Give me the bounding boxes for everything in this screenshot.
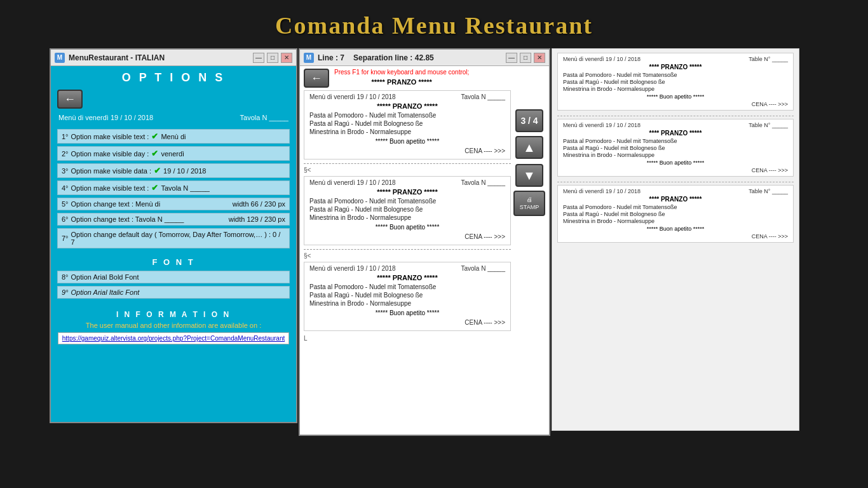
font-section-label: F O N T xyxy=(57,257,290,267)
option-label-2: Option make visible day : xyxy=(71,150,149,158)
option-label-4: Option make visible text : xyxy=(71,184,149,192)
print-card-2-date: Menù di venerdì 19 / 10 / 2018 xyxy=(563,122,641,128)
line-number: Line : 7 xyxy=(318,53,344,62)
line-back-button[interactable]: ← xyxy=(304,69,329,88)
print-card-3-header: Menù di venerdì 19 / 10 / 2018 Table N° … xyxy=(563,188,788,194)
option-num-7: 7° xyxy=(62,234,69,242)
press-f1-label: Press F1 for know keyboard and mouse con… xyxy=(334,69,469,76)
bottom-marker: L xyxy=(304,335,511,342)
print-card-2: Menù di venerdì 19 / 10 / 2018 Table N° … xyxy=(557,119,794,177)
card-2-buon: ***** Buon apetito ***** xyxy=(309,224,505,231)
minimize-button[interactable]: — xyxy=(253,53,264,63)
page-badge: 3 / 4 xyxy=(515,109,543,132)
separation-line: Separation line : 42.85 xyxy=(353,53,434,62)
card-2-header: Menù di venerdì 19 / 10 / 2018 Tavola N … xyxy=(309,179,505,186)
menu-date: Menù di venerdì 19 / 10 / 2018 xyxy=(58,114,153,121)
option-num-2: 2° xyxy=(62,150,69,158)
print-card-3-item-3: Minestrina in Brodo - Normalesuppe xyxy=(563,218,788,224)
card-3-tavola: Tavola N _____ xyxy=(461,265,506,272)
line-minimize-button[interactable]: — xyxy=(506,53,517,63)
line-close-button[interactable]: ✕ xyxy=(534,53,545,63)
separator-2 xyxy=(304,249,511,250)
line-titlebar: M Line : 7 Separation line : 42.85 — □ ✕ xyxy=(300,50,549,66)
option-row-7[interactable]: 7° Option change default day ( Tomorrow,… xyxy=(57,228,290,248)
option-label-1: Option make visible text : xyxy=(71,133,149,140)
option-num-8: 8° xyxy=(62,273,69,281)
option-value-2: venerdì xyxy=(161,150,184,158)
side-controls: 3 / 4 ▲ ▼ 🖨 STAMP xyxy=(513,90,545,342)
card-1-item-1: Pasta al Pomodoro - Nudel mit Tomatensoß… xyxy=(309,112,505,119)
card-2-pranzo: ***** PRANZO ***** xyxy=(309,188,505,196)
press-f1-text: Press F1 for know keyboard and mouse con… xyxy=(334,69,469,88)
print-card-1-item-2: Pasta al Ragú - Nudel mit Bologneso ße xyxy=(563,79,788,85)
option-label-3: Option make visible data : xyxy=(71,167,152,175)
app-icon: M xyxy=(55,53,65,63)
line-titlebar-left: M Line : 7 Separation line : 42.85 xyxy=(304,53,434,63)
option-row-9[interactable]: 9° Option Arial Italic Font xyxy=(57,286,290,299)
print-card-1-item-3: Minestrina in Brodo - Normalesuppe xyxy=(563,86,788,92)
print-card-1-date: Menù di venerdì 19 / 10 / 2018 xyxy=(563,56,641,62)
print-card-2-item-3: Minestrina in Brodo - Normalesuppe xyxy=(563,152,788,158)
option-row-8[interactable]: 8° Option Arial Bold Font xyxy=(57,271,290,283)
option-check-4: ✔ xyxy=(151,183,158,193)
stamp-label: STAMP xyxy=(520,204,539,210)
up-button[interactable]: ▲ xyxy=(515,136,543,159)
print-card-1-pranzo: **** PRANZO ***** xyxy=(563,64,788,71)
option-num-6: 6° xyxy=(62,215,69,223)
option-check-2: ✔ xyxy=(151,149,158,158)
print-card-1-cena: CENA ---- >>> xyxy=(563,101,788,107)
option-label-8: Option Arial Bold Font xyxy=(71,273,139,281)
option-row-5[interactable]: 5° Option change text : Menù di width 66… xyxy=(57,198,290,210)
line-maximize-button[interactable]: □ xyxy=(520,53,531,63)
card-2-item-1: Pasta al Pomodoro - Nudel mit Tomatensoß… xyxy=(309,198,505,205)
option-width-5: width 66 / 230 px xyxy=(233,200,285,208)
print-card-3-item-1: Pasta al Pomodoro - Nudel mit Tomatensoß… xyxy=(563,204,788,210)
menu-info-row: Menù di venerdì 19 / 10 / 2018 Tavola N … xyxy=(57,114,290,121)
options-window-title: MenuRestaurant - ITALIAN xyxy=(69,53,165,62)
print-card-2-header: Menù di venerdì 19 / 10 / 2018 Table N° … xyxy=(563,122,788,128)
card-3-item-2: Pasta al Ragú - Nudel mit Bologneso ße xyxy=(309,292,505,299)
card-2-tavola: Tavola N _____ xyxy=(461,179,506,186)
stamp-button[interactable]: 🖨 STAMP xyxy=(513,191,545,216)
info-section: I N F O R M A T I O N The user manual an… xyxy=(57,310,290,344)
close-button[interactable]: ✕ xyxy=(281,53,292,63)
print-preview-window: Menù di venerdì 19 / 10 / 2018 Table N° … xyxy=(552,48,799,431)
options-body: O P T I O N S ← Menù di venerdì 19 / 10 … xyxy=(51,66,296,422)
card-3-header: Menù di venerdì 19 / 10 / 2018 Tavola N … xyxy=(309,265,505,272)
option-row-1[interactable]: 1° Option make visible text : ✔ Menù di xyxy=(57,129,290,144)
option-row-2[interactable]: 2° Option make visible day : ✔ venerdì xyxy=(57,146,290,161)
print-card-1-table: Table N° _____ xyxy=(749,56,788,62)
cards-column: Menù di venerdì 19 / 10 / 2018 Tavola N … xyxy=(304,90,511,342)
print-card-2-table: Table N° _____ xyxy=(749,122,788,128)
info-heading: I N F O R M A T I O N xyxy=(57,310,290,319)
menu-card-1: Menù di venerdì 19 / 10 / 2018 Tavola N … xyxy=(304,90,511,159)
card-2-item-2: Pasta al Ragú - Nudel mit Bologneso ße xyxy=(309,206,505,213)
line-back-arrow-icon: ← xyxy=(311,72,322,85)
print-sep-1 xyxy=(557,116,794,116)
line-body: ← Press F1 for know keyboard and mouse c… xyxy=(300,66,549,435)
info-link[interactable]: https://gamequiz.altervista.org/projects… xyxy=(58,332,289,344)
option-row-4[interactable]: 4° Option make visible text : ✔ Tavola N… xyxy=(57,180,290,195)
print-card-1-header: Menù di venerdì 19 / 10 / 2018 Table N° … xyxy=(563,56,788,62)
option-width-6: width 129 / 230 px xyxy=(229,215,285,223)
option-num-9: 9° xyxy=(62,288,69,296)
card-3-item-1: Pasta al Pomodoro - Nudel mit Tomatensoß… xyxy=(309,283,505,290)
option-label-7: Option change default day ( Tomorrow, Da… xyxy=(71,231,285,246)
tavola-label: Tavola N _____ xyxy=(240,114,288,121)
menu-card-2: Menù di venerdì 19 / 10 / 2018 Tavola N … xyxy=(304,176,511,245)
option-row-3[interactable]: 3° Option make visible data : ✔ 19 / 10 … xyxy=(57,163,290,178)
option-num-1: 1° xyxy=(62,133,69,140)
options-window: M MenuRestaurant - ITALIAN — □ ✕ O P T I… xyxy=(50,48,297,423)
option-row-6[interactable]: 6° Option change text : Tavola N _____ w… xyxy=(57,213,290,226)
line-window-controls: — □ ✕ xyxy=(506,53,545,63)
card-1-tavola: Tavola N _____ xyxy=(461,93,506,100)
back-button[interactable]: ← xyxy=(57,90,83,109)
card-2-date: Menù di venerdì 19 / 10 / 2018 xyxy=(309,179,396,186)
card-3-pranzo: ***** PRANZO ***** xyxy=(309,274,505,281)
card-2-item-3: Minestrina in Brodo - Normalesuppe xyxy=(309,214,505,221)
options-titlebar: M MenuRestaurant - ITALIAN — □ ✕ xyxy=(51,50,296,66)
options-heading: O P T I O N S xyxy=(57,71,290,85)
down-button[interactable]: ▼ xyxy=(515,164,543,187)
maximize-button[interactable]: □ xyxy=(267,53,278,63)
card-1-item-2: Pasta al Ragú - Nudel mit Bologneso ße xyxy=(309,120,505,127)
